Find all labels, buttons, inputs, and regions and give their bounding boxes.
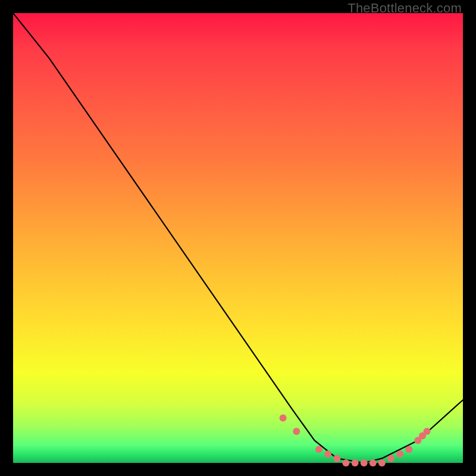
marker-dot [405,446,412,453]
marker-dot [369,459,377,466]
marker-dot [424,428,431,435]
marker-dot [396,450,403,458]
marker-dot [280,414,287,421]
marker-dot [342,459,349,466]
plot-area [13,13,463,463]
marker-dot [352,459,359,466]
curve-layer [13,13,463,463]
marker-dot [324,450,331,458]
marker-dot [378,459,386,466]
marker-dot [293,428,300,435]
marker-dot [333,455,340,462]
marker-dot [387,455,394,462]
marker-dot [361,459,368,466]
marker-dot [315,446,322,453]
bottleneck-curve [13,13,463,463]
chart-frame: TheBottleneck.com [0,0,476,476]
